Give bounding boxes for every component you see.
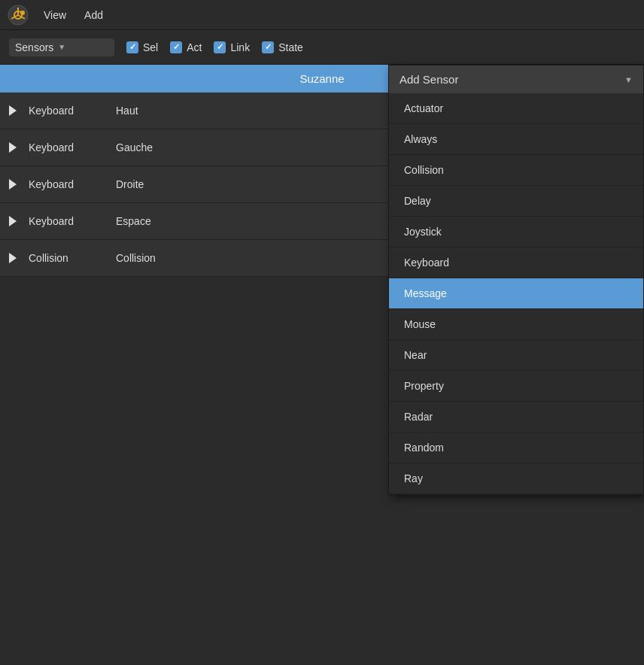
main-area: Suzanne Keyboard Haut ✕ ⚇ Keyboard Gauch… <box>0 65 644 665</box>
sensor-type-0: Keyboard <box>29 105 104 117</box>
sensor-toggle-3[interactable] <box>9 216 17 226</box>
sensors-dropdown[interactable]: Sensors ▼ <box>9 38 114 56</box>
top-menubar: View Add <box>0 0 644 30</box>
dropdown-item-message[interactable]: Message <box>389 278 643 309</box>
dropdown-item-random[interactable]: Random <box>389 433 643 463</box>
dropdown-item-joystick[interactable]: Joystick <box>389 217 643 247</box>
add-sensor-label: Add Sensor <box>399 73 458 86</box>
state-label: State <box>278 41 303 53</box>
dropdown-item-near[interactable]: Near <box>389 340 643 371</box>
view-menu[interactable]: View <box>39 6 71 24</box>
sel-checkbox[interactable] <box>126 41 138 53</box>
dropdown-item-always[interactable]: Always <box>389 124 643 155</box>
sensor-type-1: Keyboard <box>29 141 104 153</box>
svg-point-2 <box>20 11 25 15</box>
sensor-toggle-0[interactable] <box>9 105 17 116</box>
sensor-toggle-2[interactable] <box>9 179 17 190</box>
state-checkbox-group: State <box>262 41 303 53</box>
sensor-type-3: Keyboard <box>29 215 104 227</box>
dropdown-item-property[interactable]: Property <box>389 371 643 402</box>
act-label: Act <box>187 41 202 53</box>
dropdown-item-delay[interactable]: Delay <box>389 186 643 217</box>
link-checkbox[interactable] <box>214 41 226 53</box>
link-checkbox-group: Link <box>214 41 250 53</box>
dropdown-item-ray[interactable]: Ray <box>389 463 643 494</box>
dropdown-item-mouse[interactable]: Mouse <box>389 309 643 340</box>
sel-checkbox-group: Sel <box>126 41 158 53</box>
dropdown-item-collision[interactable]: Collision <box>389 155 643 186</box>
state-checkbox[interactable] <box>262 41 274 53</box>
sensor-toggle-1[interactable] <box>9 142 17 153</box>
add-sensor-arrow: ▼ <box>624 75 633 84</box>
dropdown-item-actuator[interactable]: Actuator <box>389 93 643 124</box>
blender-logo <box>6 3 30 27</box>
object-name: Suzanne <box>299 72 344 85</box>
link-label: Link <box>230 41 250 53</box>
act-checkbox[interactable] <box>170 41 182 53</box>
sensor-type-4: Collision <box>29 252 104 264</box>
header-row: Sensors ▼ Sel Act Link State <box>0 30 644 65</box>
sensor-type-2: Keyboard <box>29 178 104 190</box>
add-menu[interactable]: Add <box>80 6 108 24</box>
dropdown-item-radar[interactable]: Radar <box>389 402 643 433</box>
act-checkbox-group: Act <box>170 41 202 53</box>
dropdown-item-keyboard[interactable]: Keyboard <box>389 247 643 278</box>
sensors-dropdown-arrow: ▼ <box>58 43 65 51</box>
add-sensor-button[interactable]: Add Sensor ▼ <box>389 65 643 93</box>
sensors-label: Sensors <box>15 41 53 53</box>
sensor-toggle-4[interactable] <box>9 253 17 263</box>
sel-label: Sel <box>143 41 158 53</box>
add-sensor-dropdown: Add Sensor ▼ Actuator Always Collision D… <box>388 65 644 495</box>
